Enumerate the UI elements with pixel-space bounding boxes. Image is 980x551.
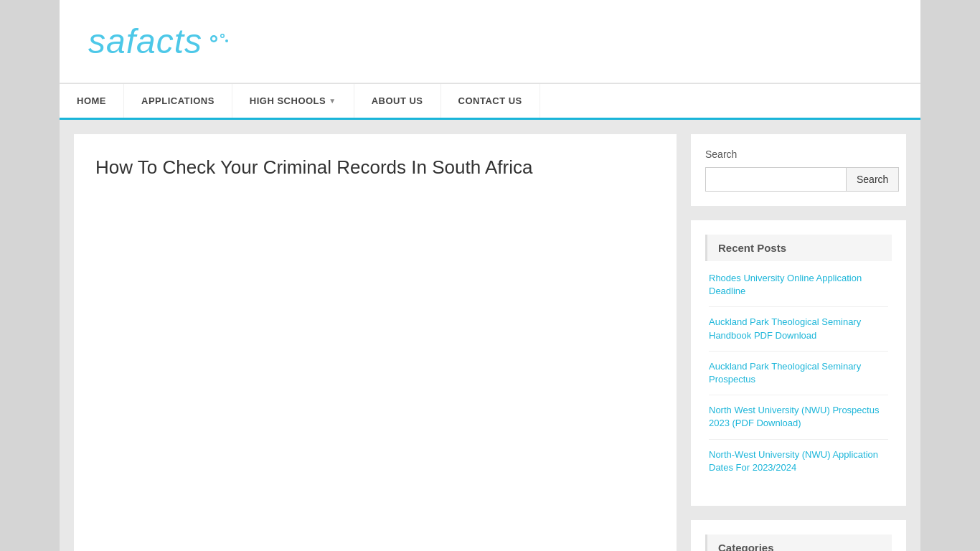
recent-post-link-2[interactable]: Auckland Park Theological Seminary Handb…	[709, 316, 861, 340]
svg-point-1	[212, 37, 215, 41]
list-item: Rhodes University Online Application Dea…	[709, 272, 888, 307]
recent-post-link-3[interactable]: Auckland Park Theological Seminary Prosp…	[709, 361, 861, 385]
page-wrapper: safacts HOME APPLICATIONS HIGH SCH	[60, 0, 920, 551]
nav-item-applications[interactable]: APPLICATIONS	[124, 84, 232, 118]
article-title: How To Check Your Criminal Records In So…	[95, 156, 655, 180]
list-item: North West University (NWU) Prospectus 2…	[709, 404, 888, 439]
site-header: safacts	[60, 0, 920, 83]
search-widget: Search Search	[691, 134, 906, 206]
nav-inner: HOME APPLICATIONS HIGH SCHOOLS ▼ ABOUT U…	[60, 84, 920, 118]
nav-item-contact-us[interactable]: CONTACT US	[441, 84, 540, 118]
list-item: Auckland Park Theological Seminary Prosp…	[709, 360, 888, 395]
search-label: Search	[705, 149, 892, 160]
search-input[interactable]	[705, 167, 847, 192]
recent-posts-list: Rhodes University Online Application Dea…	[705, 272, 892, 483]
nav-item-about-us[interactable]: ABOUT US	[354, 84, 441, 118]
recent-post-link-4[interactable]: North West University (NWU) Prospectus 2…	[709, 405, 879, 428]
categories-widget: Categories Admission Requirements	[691, 520, 906, 551]
svg-point-4	[225, 39, 228, 42]
svg-point-3	[221, 35, 223, 37]
content-area: How To Check Your Criminal Records In So…	[60, 120, 920, 551]
dropdown-arrow-icon: ▼	[329, 97, 336, 105]
recent-posts-widget: Recent Posts Rhodes University Online Ap…	[691, 220, 906, 506]
nav-item-home[interactable]: HOME	[60, 84, 124, 118]
logo-text: safacts	[88, 22, 202, 60]
main-nav: HOME APPLICATIONS HIGH SCHOOLS ▼ ABOUT U…	[60, 83, 920, 120]
search-button[interactable]: Search	[847, 167, 899, 192]
recent-posts-title: Recent Posts	[705, 235, 892, 261]
main-content: How To Check Your Criminal Records In So…	[74, 134, 677, 551]
list-item: North-West University (NWU) Application …	[709, 448, 888, 483]
recent-post-link-5[interactable]: North-West University (NWU) Application …	[709, 449, 878, 473]
site-logo[interactable]: safacts	[88, 22, 230, 61]
list-item: Auckland Park Theological Seminary Handb…	[709, 316, 888, 351]
nav-item-high-schools[interactable]: HIGH SCHOOLS ▼	[232, 84, 354, 118]
categories-title: Categories	[705, 534, 892, 551]
search-row: Search	[705, 167, 892, 192]
sidebar: Search Search Recent Posts Rhodes Univer…	[691, 134, 906, 551]
logo-icon	[209, 32, 230, 48]
recent-post-link-1[interactable]: Rhodes University Online Application Dea…	[709, 273, 862, 296]
